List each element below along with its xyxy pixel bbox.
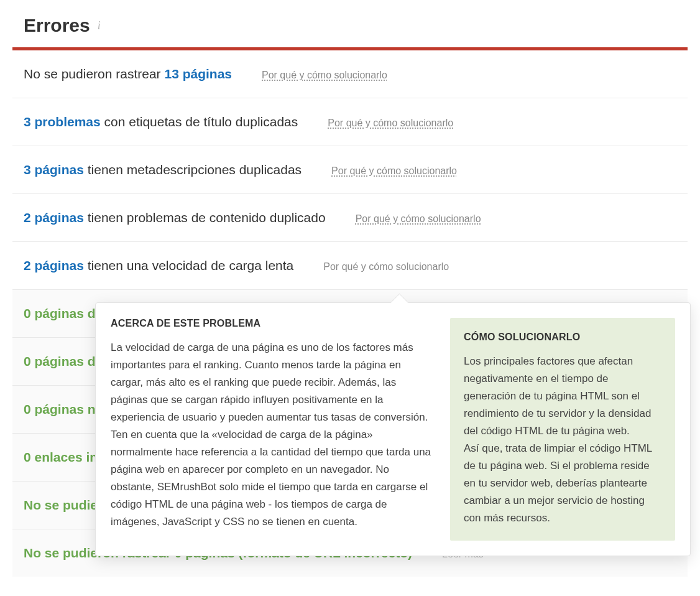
issue-text: 3 problemas con etiquetas de título dupl… bbox=[24, 114, 298, 129]
issue-row[interactable]: 3 problemas con etiquetas de título dupl… bbox=[12, 98, 688, 146]
issue-row[interactable]: 2 páginas tienen problemas de contenido … bbox=[12, 194, 688, 242]
tooltip-about-text: La velocidad de carga de una página es u… bbox=[111, 339, 435, 531]
issue-count-link[interactable]: 2 páginas bbox=[24, 210, 84, 225]
why-how-link[interactable]: Por qué y cómo solucionarlo bbox=[331, 165, 457, 177]
tooltip-fix-title: CÓMO SOLUCIONARLO bbox=[464, 332, 661, 343]
issue-row-active[interactable]: 2 páginas tienen una velocidad de carga … bbox=[12, 242, 688, 290]
issue-text-zero: No se pudie bbox=[24, 498, 98, 513]
why-how-link[interactable]: Por qué y cómo solucionarlo bbox=[323, 261, 449, 272]
issue-count-link[interactable]: 3 páginas bbox=[24, 162, 84, 177]
issue-text: 2 páginas tienen problemas de contenido … bbox=[24, 210, 326, 225]
tooltip-about-title: ACERCA DE ESTE PROBLEMA bbox=[111, 318, 435, 329]
issue-count-link[interactable]: 3 problemas bbox=[24, 114, 101, 129]
tooltip-fix-section: CÓMO SOLUCIONARLO Los principales factor… bbox=[450, 318, 675, 541]
tooltip-about-section: ACERCA DE ESTE PROBLEMA La velocidad de … bbox=[111, 318, 435, 541]
issue-row[interactable]: 3 páginas tienen metadescripciones dupli… bbox=[12, 146, 688, 194]
issue-text: No se pudieron rastrear 13 páginas bbox=[24, 67, 232, 81]
why-how-link[interactable]: Por qué y cómo solucionarlo bbox=[356, 213, 481, 225]
page-title: Errores bbox=[24, 15, 90, 36]
issue-text: 3 páginas tienen metadescripciones dupli… bbox=[24, 162, 302, 177]
why-how-link[interactable]: Por qué y cómo solucionarlo bbox=[328, 118, 453, 129]
issue-text-zero: 0 enlaces in bbox=[24, 450, 98, 465]
why-how-link[interactable]: Por qué y cómo solucionarlo bbox=[262, 70, 387, 81]
issue-row[interactable]: No se pudieron rastrear 13 páginas Por q… bbox=[12, 50, 688, 98]
issue-text-zero: 0 páginas n bbox=[24, 402, 96, 417]
issue-text-zero: 0 páginas d bbox=[24, 354, 96, 369]
info-icon[interactable]: i bbox=[98, 19, 101, 32]
issue-count-link[interactable]: 13 páginas bbox=[164, 67, 232, 81]
issue-text: 2 páginas tienen una velocidad de carga … bbox=[24, 258, 293, 273]
issue-explanation-tooltip: ACERCA DE ESTE PROBLEMA La velocidad de … bbox=[95, 302, 691, 556]
panel-header: Errores i bbox=[12, 15, 688, 36]
tooltip-fix-text: Los principales factores que afectan neg… bbox=[464, 353, 661, 527]
issue-text-zero: 0 páginas d bbox=[24, 306, 96, 321]
issue-count-link[interactable]: 2 páginas bbox=[24, 258, 84, 272]
